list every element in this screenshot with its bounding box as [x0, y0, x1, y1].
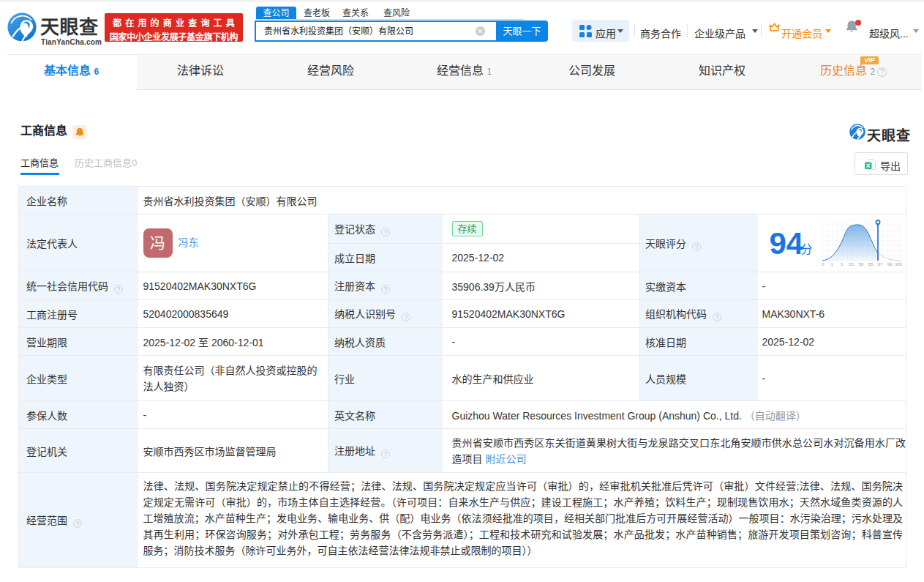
svg-text:99: 99 [887, 261, 892, 266]
svg-text:0: 0 [822, 261, 825, 266]
svg-text:1: 1 [830, 261, 833, 266]
svg-text:100: 100 [895, 261, 902, 266]
svg-text:65: 65 [868, 261, 873, 266]
svg-text:97: 97 [877, 261, 882, 266]
svg-text:3: 3 [840, 261, 843, 266]
svg-text:50: 50 [858, 261, 863, 266]
svg-text:15: 15 [848, 261, 853, 266]
